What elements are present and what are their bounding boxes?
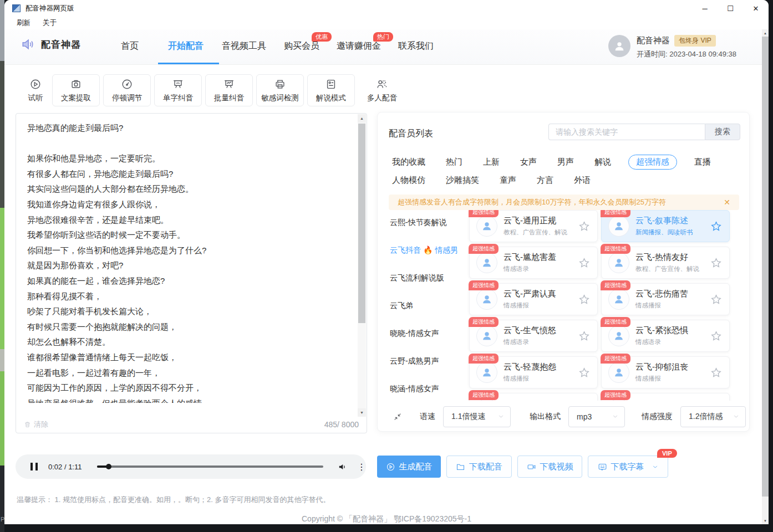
category-tab[interactable]: 外语 <box>574 175 591 186</box>
scroll-down-arrow-icon[interactable]: ▼ <box>358 408 366 417</box>
favorite-star-icon[interactable] <box>578 294 590 305</box>
generate-dubbing-button[interactable]: 生成配音 <box>377 456 441 478</box>
emotion-select[interactable]: 1.2倍情感 <box>680 406 746 427</box>
user-box[interactable]: 配音神器 包终身 VIP 开通时间: 2023-04-18 09:49:38 <box>608 35 736 59</box>
voice-card[interactable]: 超强情感 云飞-严肃认真 情感播报 <box>469 283 598 315</box>
nav-home[interactable]: 首页 <box>121 40 139 52</box>
download-video-button[interactable]: 下载视频 <box>517 456 582 478</box>
close-button[interactable]: ✕ <box>743 0 769 17</box>
menu-refresh[interactable]: 刷新 <box>17 18 30 28</box>
menu-about[interactable]: 关于 <box>43 18 57 28</box>
window-scroll-thumb[interactable] <box>762 37 769 497</box>
favorite-star-icon[interactable] <box>710 294 722 305</box>
narration-mode-button[interactable]: 解说模式 <box>307 74 355 106</box>
scroll-down-arrow-icon[interactable]: ▼ <box>762 517 769 524</box>
favorite-star-icon[interactable] <box>710 221 722 232</box>
favorite-star-icon[interactable] <box>578 221 590 232</box>
person-icon <box>481 330 493 342</box>
download-audio-button[interactable]: 下载配音 <box>446 456 512 478</box>
sensitive-word-check-button[interactable]: 敏感词检测 <box>256 74 304 106</box>
voice-group-item[interactable]: 云飞抖音 🔥 情感男 <box>390 245 458 255</box>
minimize-button[interactable]: ─ <box>692 0 718 17</box>
search-button[interactable]: 搜索 <box>705 124 740 140</box>
favorite-star-icon[interactable] <box>710 367 722 378</box>
voice-card[interactable]: 超强情感 <box>469 393 598 401</box>
player-progress-bar[interactable] <box>97 466 323 468</box>
voice-card[interactable]: 超强情感 <box>601 393 730 401</box>
voice-card[interactable]: 超强情感 云飞-叙事陈述 新闻播报、阅读听书 <box>601 210 730 242</box>
editor-scrollbar[interactable]: ▲ ▼ <box>358 114 366 417</box>
multi-voice-button[interactable]: 多人配音 <box>358 74 406 106</box>
player-progress-thumb[interactable] <box>106 464 111 469</box>
voice-card[interactable]: 超强情感 云飞-抑郁沮丧 情感播报 <box>601 356 730 388</box>
voice-name: 云飞-尴尬害羞 <box>504 252 556 263</box>
favorite-star-icon[interactable] <box>578 330 590 342</box>
clear-button[interactable]: 清除 <box>24 420 48 429</box>
voice-card[interactable]: 超强情感 云飞-热情友好 教程、广告宣传、解说 <box>601 247 730 279</box>
voice-card[interactable]: 超强情感 云飞-悲伤痛苦 情感播报 <box>601 283 730 315</box>
batch-correct-button[interactable]: 批量纠音 <box>205 74 253 106</box>
category-tab[interactable]: 沙雕搞笑 <box>446 175 479 186</box>
category-tab[interactable]: 童声 <box>500 175 516 186</box>
script-editor[interactable]: 异地恋真的能走到最后吗? 如果你和他是异地恋，一定要听完。 有很多人都在问，异地… <box>16 113 367 433</box>
download-subtitle-button[interactable]: 下载字幕 <box>588 456 668 478</box>
format-select[interactable]: mp3 <box>568 406 625 427</box>
volume-icon[interactable] <box>338 462 347 472</box>
voice-card[interactable]: 超强情感 云飞-生气愤怒 情感语录 <box>469 320 598 352</box>
speed-select[interactable]: 1.1倍慢速 <box>443 406 511 427</box>
scroll-up-arrow-icon[interactable]: ▲ <box>358 114 366 122</box>
category-tab[interactable]: 女声 <box>520 157 537 167</box>
favorite-star-icon[interactable] <box>578 257 590 269</box>
voice-group-item[interactable]: 云野-成熟男声 <box>390 356 439 366</box>
voice-card[interactable]: 超强情感 云飞-轻蔑抱怨 情感播报 <box>469 356 598 388</box>
editor-scroll-thumb[interactable] <box>358 124 365 323</box>
notice-close-icon[interactable]: ✕ <box>724 198 730 207</box>
pause-adjust-button[interactable]: 停顿调节 <box>103 74 151 106</box>
nav-invite-commission[interactable]: 邀请赚佣金 热门 <box>337 40 381 52</box>
voice-card[interactable]: 超强情感 云飞-通用正规 教程、广告宣传、解说 <box>469 210 598 242</box>
person-icon <box>481 293 493 305</box>
script-text[interactable]: 异地恋真的能走到最后吗? 如果你和他是异地恋，一定要听完。 有很多人都在问，异地… <box>27 120 346 403</box>
favorite-star-icon[interactable] <box>578 367 590 378</box>
audition-button[interactable]: 试听 <box>19 74 52 106</box>
favorite-star-icon[interactable] <box>710 257 722 269</box>
voice-card[interactable]: 超强情感 云飞-尴尬害羞 情感语录 <box>469 247 598 279</box>
voice-group-item[interactable]: 晓涵-情感女声 <box>390 384 439 394</box>
single-word-correct-button[interactable]: 单字纠音 <box>154 74 202 106</box>
voice-group-item[interactable]: 云熙-快节奏解说 <box>390 218 447 228</box>
nav-contact-us[interactable]: 联系我们 <box>398 40 434 52</box>
voice-avatar <box>608 325 629 346</box>
category-tab[interactable]: 解说 <box>594 157 611 167</box>
category-tab[interactable]: 直播 <box>694 157 711 167</box>
voice-group-item[interactable]: 云飞弟 <box>390 301 413 311</box>
nav-buy-membership[interactable]: 购买会员 优惠 <box>284 40 319 52</box>
player-menu-icon[interactable]: ⋮ <box>357 462 366 472</box>
category-tab[interactable]: 男声 <box>557 157 574 167</box>
category-tab[interactable]: 热门 <box>446 157 462 167</box>
copy-extract-button[interactable]: 文案提取 <box>52 74 100 106</box>
scroll-up-arrow-icon[interactable]: ▲ <box>762 29 769 37</box>
voice-card[interactable]: 超强情感 云飞-紧张恐惧 情感语录 <box>601 320 730 352</box>
emotion-ribbon-badge: 超强情感 <box>601 210 630 217</box>
window-scrollbar[interactable]: ▲ ▼ <box>762 29 769 524</box>
nav-start-dubbing[interactable]: 开始配音 <box>168 40 204 52</box>
voice-group-item[interactable]: 云飞流利解说版 <box>390 273 444 283</box>
favorite-star-icon[interactable] <box>710 330 722 342</box>
category-tab[interactable]: 我的收藏 <box>392 157 425 167</box>
window-title: 配音神器网页版 <box>26 4 74 13</box>
nav-av-tools[interactable]: 音视频工具 <box>222 40 266 52</box>
voice-group-item[interactable]: 晓晓-情感女声 <box>390 329 439 339</box>
category-tab[interactable]: 超强情感 <box>628 155 677 170</box>
category-tab[interactable]: 方言 <box>537 175 553 186</box>
chevron-down-icon[interactable] <box>652 463 659 470</box>
audio-player[interactable]: 0:02 / 1:11 ⋮ <box>16 454 366 479</box>
pause-icon[interactable] <box>30 463 38 470</box>
emotion-ribbon-badge: 超强情感 <box>601 280 630 290</box>
collapse-icon[interactable] <box>393 412 402 421</box>
search-input[interactable] <box>548 124 705 140</box>
voice-description: 情感播报 <box>635 301 688 310</box>
category-tab[interactable]: 上新 <box>483 157 500 167</box>
category-tab[interactable]: 人物模仿 <box>392 175 425 186</box>
emotion-ribbon-badge: 超强情感 <box>469 390 499 400</box>
maximize-button[interactable]: ☐ <box>718 0 743 17</box>
